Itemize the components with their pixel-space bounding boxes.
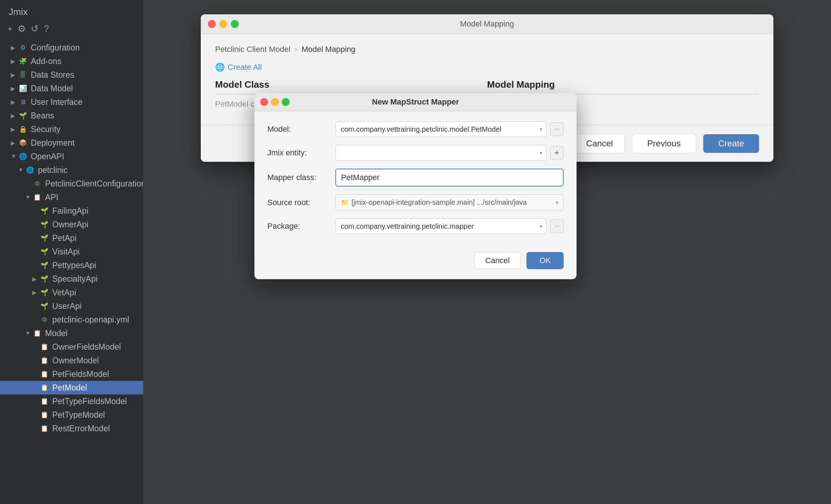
- sidebar-item-petmodel[interactable]: 📋 PetModel: [0, 381, 143, 394]
- expand-arrow: ▼: [18, 167, 25, 173]
- dialog-ok-button[interactable]: OK: [526, 252, 564, 269]
- sidebar-item-petclinicopenapi[interactable]: ⚙ petclinic-openapi.yml: [0, 313, 143, 326]
- petclinicopenapi-icon: ⚙: [39, 315, 49, 325]
- sidebar-item-addons[interactable]: ▶ 🧩 Add-ons: [0, 54, 143, 68]
- sidebar-item-vetapi[interactable]: ▶ 🌱 VetApi: [0, 286, 143, 299]
- model-label: Model:: [267, 125, 335, 134]
- previous-button[interactable]: Previous: [632, 134, 696, 153]
- visitapi-icon: 🌱: [39, 247, 49, 257]
- sidebar-item-label: Configuration: [31, 43, 137, 53]
- breadcrumb: Petclinic Client Model › Model Mapping: [215, 45, 759, 54]
- close-button[interactable]: [208, 20, 216, 28]
- pettypefieldsmodel-icon: 📋: [39, 396, 49, 406]
- sidebar-item-ownerapi[interactable]: 🌱 OwnerApi: [0, 218, 143, 231]
- maximize-button[interactable]: [231, 20, 239, 28]
- sidebar-item-resterrormodel[interactable]: 📋 RestErrorModel: [0, 422, 143, 435]
- addons-icon: 🧩: [18, 56, 28, 66]
- minimize-button[interactable]: [219, 20, 227, 28]
- dialog-titlebar: New MapStruct Mapper: [254, 93, 577, 111]
- refresh-icon[interactable]: ↺: [31, 23, 39, 34]
- window-titlebar: Model Mapping: [201, 14, 773, 34]
- ownerfieldsmodel-icon: 📋: [39, 342, 49, 352]
- package-label: Package:: [267, 222, 335, 231]
- sidebar-item-configuration[interactable]: ▶ ⚙ Configuration: [0, 41, 143, 54]
- model-control-group: com.company.vettraining.petclinic.model.…: [335, 121, 564, 137]
- sidebar-item-petclinicconfig[interactable]: ⚙ PetclinicClientConfiguration: [0, 177, 143, 190]
- window-controls: [208, 20, 239, 28]
- sidebar-item-userapi[interactable]: 🌱 UserApi: [0, 299, 143, 313]
- expand-arrow: ▼: [11, 153, 18, 160]
- ownerapi-icon: 🌱: [39, 219, 49, 229]
- userinterface-icon: 🖥: [18, 97, 28, 107]
- expand-arrow: ▼: [25, 330, 32, 336]
- settings-icon[interactable]: ⚙: [18, 23, 26, 34]
- dialog-maximize-button[interactable]: [282, 98, 290, 106]
- sidebar-item-label: PetApi: [52, 233, 137, 243]
- mapstruct-dialog: New MapStruct Mapper Model: com.company.…: [254, 93, 577, 279]
- sidebar-item-petapi[interactable]: 🌱 PetApi: [0, 231, 143, 245]
- expand-arrow: ▼: [25, 194, 32, 200]
- ownermodel-icon: 📋: [39, 355, 49, 365]
- source-root-value: [jmix-openapi-integration-sample.main] .…: [351, 198, 527, 207]
- sidebar-item-label: Data Stores: [31, 70, 137, 80]
- sidebar-item-openapi[interactable]: ▼ 🌐 OpenAPI: [0, 150, 143, 163]
- breadcrumb-parent: Petclinic Client Model: [215, 45, 290, 54]
- sidebar-item-specialtyapi[interactable]: ▶ 🌱 SpecialtyApi: [0, 272, 143, 286]
- cancel-button-footer[interactable]: Cancel: [574, 134, 625, 153]
- sidebar-item-ownerfieldsmodel[interactable]: 📋 OwnerFieldsModel: [0, 340, 143, 354]
- sidebar-item-label: API: [45, 193, 137, 202]
- petclinicconfig-icon: ⚙: [32, 179, 42, 189]
- add-icon[interactable]: +: [7, 23, 13, 34]
- configuration-icon: ⚙: [18, 43, 28, 53]
- sidebar: Jmix + ⚙ ↺ ? ▶ ⚙ Configuration ▶ 🧩 Add-o…: [0, 0, 143, 504]
- source-root-wrapper: 📁 [jmix-openapi-integration-sample.main]…: [335, 194, 564, 210]
- package-select[interactable]: com.company.vettraining.petclinic.mapper: [335, 218, 546, 234]
- sidebar-item-label: PetTypeModel: [52, 410, 137, 420]
- source-root-control-group: 📁 [jmix-openapi-integration-sample.main]…: [335, 194, 564, 210]
- datastores-icon: 🗄: [18, 70, 28, 80]
- dialog-close-button[interactable]: [260, 98, 268, 106]
- col-header-model-class: Model Class: [215, 79, 487, 90]
- api-icon: 📋: [32, 192, 42, 202]
- model-browse-button[interactable]: ···: [550, 122, 564, 136]
- source-root-display: 📁 [jmix-openapi-integration-sample.main]…: [335, 194, 564, 210]
- sidebar-item-userinterface[interactable]: ▶ 🖥 User Interface: [0, 95, 143, 109]
- sidebar-item-label: RestErrorModel: [52, 424, 137, 433]
- package-browse-button[interactable]: ···: [550, 219, 564, 233]
- create-button[interactable]: Create: [703, 134, 759, 153]
- petapi-icon: 🌱: [39, 233, 49, 243]
- sidebar-item-model[interactable]: ▼ 📋 Model: [0, 326, 143, 340]
- petmodel-icon: 📋: [39, 383, 49, 393]
- specialtyapi-icon: 🌱: [39, 274, 49, 284]
- sidebar-item-petclinic[interactable]: ▼ 🌐 petclinic: [0, 163, 143, 177]
- sidebar-item-deployment[interactable]: ▶ 📦 Deployment: [0, 136, 143, 150]
- help-icon[interactable]: ?: [44, 23, 49, 34]
- mapper-class-input[interactable]: [335, 169, 564, 186]
- breadcrumb-current: Model Mapping: [302, 45, 355, 54]
- sidebar-item-label: Data Model: [31, 84, 137, 93]
- jmix-entity-add-button[interactable]: +: [550, 146, 564, 160]
- window-title: Model Mapping: [460, 19, 514, 29]
- dialog-window-controls: [260, 98, 290, 106]
- model-select[interactable]: com.company.vettraining.petclinic.model.…: [335, 121, 546, 137]
- sidebar-item-failingapi[interactable]: 🌱 FailingApi: [0, 204, 143, 218]
- sidebar-item-security[interactable]: ▶ 🔒 Security: [0, 122, 143, 136]
- create-all-button[interactable]: 🌐 Create All: [215, 63, 262, 72]
- sidebar-item-api[interactable]: ▼ 📋 API: [0, 190, 143, 204]
- sidebar-item-datastores[interactable]: ▶ 🗄 Data Stores: [0, 68, 143, 82]
- sidebar-item-datamodel[interactable]: ▶ 📊 Data Model: [0, 82, 143, 95]
- dialog-cancel-button[interactable]: Cancel: [474, 252, 521, 269]
- sidebar-item-beans[interactable]: ▶ 🌱 Beans: [0, 109, 143, 122]
- sidebar-item-label: Deployment: [31, 138, 137, 148]
- jmix-entity-select[interactable]: [335, 145, 546, 161]
- package-select-wrapper: com.company.vettraining.petclinic.mapper…: [335, 218, 546, 234]
- sidebar-item-pettypesapi[interactable]: 🌱 PettypesApi: [0, 258, 143, 272]
- mapper-class-control-group: [335, 169, 564, 186]
- sidebar-item-ownermodel[interactable]: 📋 OwnerModel: [0, 354, 143, 367]
- dialog-minimize-button[interactable]: [271, 98, 279, 106]
- sidebar-item-pettypefieldsmodel[interactable]: 📋 PetTypeFieldsModel: [0, 394, 143, 408]
- sidebar-item-visitapi[interactable]: 🌱 VisitApi: [0, 245, 143, 258]
- expand-arrow: ▶: [32, 289, 39, 296]
- sidebar-item-pettypemodel[interactable]: 📋 PetTypeModel: [0, 408, 143, 422]
- sidebar-item-petfieldsmodel[interactable]: 📋 PetFieldsModel: [0, 367, 143, 381]
